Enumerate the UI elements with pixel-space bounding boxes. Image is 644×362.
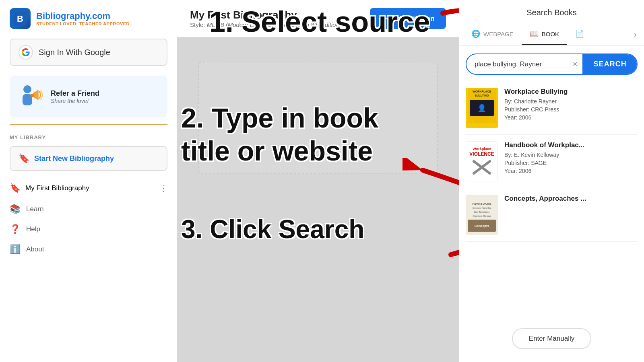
dim-overlay <box>177 37 459 362</box>
google-icon <box>19 45 33 60</box>
svg-point-2 <box>23 85 31 93</box>
nav-label-about: About <box>26 245 44 253</box>
clear-search-icon[interactable]: × <box>568 60 582 69</box>
svg-text:👤: 👤 <box>477 104 487 113</box>
svg-text:Workplace: Workplace <box>473 147 491 151</box>
result-item[interactable]: Pamela D'Cruz Ernesto Noronha Guy Notela… <box>466 188 638 242</box>
tab-more-icon[interactable]: › <box>631 24 640 45</box>
source-tabs: 🌐 WEBPAGE 📖 BOOK 📄 › <box>459 24 644 45</box>
svg-text:Charlotte Rayner: Charlotte Rayner <box>473 215 491 217</box>
globe-icon: 🌐 <box>471 29 480 38</box>
search-bar: × SEARCH <box>466 53 638 75</box>
bibliography-list-item[interactable]: 🔖 My First Bibliography ⋮ <box>0 177 177 199</box>
sign-in-label: Sign In With Google <box>39 48 110 57</box>
refer-illustration <box>16 82 45 111</box>
nav-item-help[interactable]: ❓ Help <box>0 219 177 239</box>
main-body: 1. Select source 2. Type in book title o… <box>177 37 459 362</box>
tab-book[interactable]: 📖 BOOK <box>522 24 567 45</box>
svg-text:Concepts: Concepts <box>475 224 489 228</box>
panel-header: Search Books <box>459 0 644 24</box>
document-icon: 📄 <box>575 29 584 38</box>
result-item[interactable]: Workplace VIOLENCE Handbook of Workplac.… <box>466 135 638 188</box>
add-citation-label: Add Citation <box>392 14 435 23</box>
logo-icon: B <box>10 8 31 29</box>
refer-subtitle: Share the love! <box>51 98 99 104</box>
svg-text:VIOLENCE: VIOLENCE <box>469 151 494 157</box>
book-cover-3: Pamela D'Cruz Ernesto Noronha Guy Notela… <box>466 195 498 235</box>
tab-book-label: BOOK <box>542 31 559 37</box>
help-icon: ❓ <box>10 224 21 234</box>
nav-item-learn[interactable]: 📚 Learn <box>0 199 177 219</box>
sign-in-google-button[interactable]: Sign In With Google <box>10 39 167 66</box>
three-dots-menu-icon[interactable]: ⋮ <box>159 183 167 193</box>
svg-text:B: B <box>17 14 23 24</box>
bibliography-name: My First Bibliography <box>25 184 89 192</box>
site-subtitle: STUDENT LOVED. TEACHER APPROVED. <box>36 21 131 26</box>
search-button[interactable]: SEARCH <box>582 54 638 74</box>
bookmark-icon: 🔖 <box>10 183 21 193</box>
results-list: WORKPLACE BULLYING 👤 Workplace Bullying … <box>459 81 644 317</box>
enter-manually-container: Enter Manually <box>459 317 644 362</box>
site-title: Bibliography.com <box>36 11 131 21</box>
my-library-label: MY LIBRARY <box>0 131 177 144</box>
svg-text:WORKPLACE: WORKPLACE <box>473 90 491 93</box>
svg-text:Guy Notelaers: Guy Notelaers <box>474 211 489 213</box>
nav-item-about[interactable]: ℹ️ About <box>0 239 177 259</box>
plus-icon: ＋ <box>381 14 388 23</box>
style-label: Style: <box>190 21 205 28</box>
svg-text:Pamela D'Cruz: Pamela D'Cruz <box>473 202 491 205</box>
book-icon: 📖 <box>530 29 539 38</box>
plus-bookmark-icon: 🔖 <box>19 153 29 164</box>
svg-text:BULLYING: BULLYING <box>475 94 489 97</box>
refer-text: Refer a Friend Share the love! <box>51 89 99 104</box>
svg-text:Ernesto Noronha: Ernesto Noronha <box>473 207 491 209</box>
book-cover-2: Workplace VIOLENCE <box>466 141 498 181</box>
result-item[interactable]: WORKPLACE BULLYING 👤 Workplace Bullying … <box>466 81 638 135</box>
bib-item-left: 🔖 My First Bibliography <box>10 183 89 193</box>
enter-manually-button[interactable]: Enter Manually <box>512 328 591 349</box>
sidebar-header: B Bibliography.com STUDENT LOVED. TEACHE… <box>0 0 177 35</box>
tab-document[interactable]: 📄 <box>567 24 592 45</box>
bib-style-line: Style: MLA 8 (Modern Language Associatio… <box>190 21 341 28</box>
about-icon: ℹ️ <box>10 244 21 255</box>
start-new-bibliography-button[interactable]: 🔖 Start New Bibliography <box>10 146 167 171</box>
svg-rect-5 <box>31 94 34 97</box>
result-author-2: By: E. Kevin Kelloway <box>504 152 638 158</box>
refer-friend-card[interactable]: Refer a Friend Share the love! <box>10 76 167 117</box>
learn-icon: 📚 <box>10 204 21 214</box>
logo-text: Bibliography.com STUDENT LOVED. TEACHER … <box>36 11 131 26</box>
result-author-1: By: Charlotte Rayner <box>504 98 638 105</box>
result-publisher-1: Publisher: CRC Press <box>504 106 638 113</box>
nav-label-learn: Learn <box>26 205 43 213</box>
start-new-label: Start New Bibliography <box>34 154 114 163</box>
tab-webpage[interactable]: 🌐 WEBPAGE <box>463 24 522 45</box>
right-panel: Search Books 🌐 WEBPAGE 📖 BOOK 📄 › × SEAR… <box>459 0 644 362</box>
result-year-1: Year: 2006 <box>504 114 638 121</box>
panel-title: Search Books <box>469 8 634 17</box>
result-title-1: Workplace Bullying <box>504 88 638 96</box>
result-title-2: Handbook of Workplac... <box>504 141 638 149</box>
refer-title: Refer a Friend <box>51 89 99 98</box>
result-info-3: Concepts, Approaches ... <box>504 195 638 235</box>
add-citation-button[interactable]: ＋ Add Citation <box>370 8 446 29</box>
sidebar: B Bibliography.com STUDENT LOVED. TEACHE… <box>0 0 177 362</box>
result-publisher-2: Publisher: SAGE <box>504 160 638 166</box>
bibliography-title: My First Bibliography <box>190 9 341 21</box>
book-cover-1: WORKPLACE BULLYING 👤 <box>466 88 498 128</box>
nav-label-help: Help <box>26 225 40 233</box>
main-content: My First Bibliography Style: MLA 8 (Mode… <box>177 0 459 362</box>
result-title-3: Concepts, Approaches ... <box>504 195 638 203</box>
refer-divider <box>10 124 167 125</box>
result-info-1: Workplace Bullying By: Charlotte Rayner … <box>504 88 638 128</box>
search-input[interactable] <box>466 55 568 74</box>
result-year-2: Year: 2006 <box>504 168 638 174</box>
tab-webpage-label: WEBPAGE <box>483 31 514 37</box>
style-value: MLA 8 (Modern Language Association 8th E… <box>207 21 341 28</box>
result-info-2: Handbook of Workplac... By: E. Kevin Kel… <box>504 141 638 181</box>
main-header: My First Bibliography Style: MLA 8 (Mode… <box>177 0 459 37</box>
